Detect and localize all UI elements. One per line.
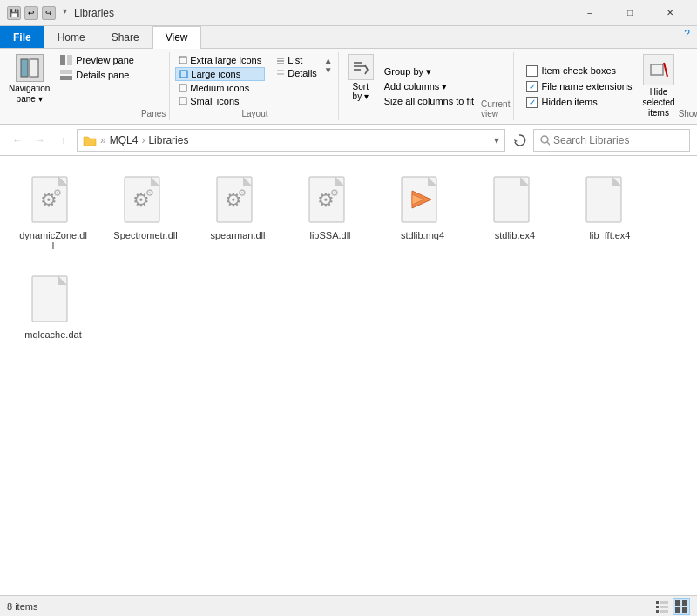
grid-view-button[interactable] xyxy=(673,598,690,615)
svg-rect-61 xyxy=(675,607,680,613)
svg-rect-4 xyxy=(60,70,72,74)
file-item-lib-fft[interactable]: _lib_fft.ex4 xyxy=(568,170,646,255)
current-view-group: Sortby ▾ Group by ▾ Add columns ▾ Size a… xyxy=(341,52,515,120)
layout-medium[interactable]: Medium icons xyxy=(175,82,265,94)
file-item-spectrometr[interactable]: ⚙ ⚙ Spectrometr.dll xyxy=(106,170,185,255)
file-item-stdlib-ex4[interactable]: stdlib.ex4 xyxy=(476,170,554,255)
file-label-stdlib-mq4: stdlib.mq4 xyxy=(401,230,444,240)
layout-group-label: Layout xyxy=(175,109,334,120)
preview-pane-button[interactable]: Preview pane xyxy=(57,54,138,66)
up-button[interactable]: ↑ xyxy=(52,130,73,151)
mq4-icon-svg xyxy=(400,175,445,226)
ribbon-content: Navigationpane ▾ Preview pane Details pa… xyxy=(0,49,697,124)
layout-details[interactable]: Details xyxy=(273,67,321,79)
file-name-extensions-option[interactable]: File name extensions xyxy=(523,80,635,93)
svg-rect-58 xyxy=(660,610,668,613)
address-path[interactable]: » MQL4 › Libraries ▾ xyxy=(77,129,505,152)
search-icon xyxy=(539,134,550,146)
maximize-button[interactable]: □ xyxy=(610,0,650,26)
close-button[interactable]: ✕ xyxy=(650,0,690,26)
layout-chevron-icon: ▲▼ xyxy=(324,56,333,75)
layout-list[interactable]: List xyxy=(273,54,321,66)
file-content: ⚙ ⚙ dynamicZone.dll ⚙ ⚙ Spectrometr.dll xyxy=(0,156,697,595)
svg-rect-60 xyxy=(682,600,687,606)
hide-selected-button[interactable]: Hide selecteditems xyxy=(639,52,678,120)
group-by-button[interactable]: Group by ▾ xyxy=(381,65,477,78)
file-label-libssa: libSSA.dll xyxy=(309,230,350,240)
hidden-items-option[interactable]: Hidden items xyxy=(523,96,635,109)
layout-large[interactable]: Large icons xyxy=(175,67,265,81)
show-hide-options: Item check boxes File name extensions Hi… xyxy=(519,52,639,120)
path-libraries[interactable]: Libraries xyxy=(148,134,188,146)
file-icon-stdlib-ex4 xyxy=(489,174,541,227)
svg-rect-13 xyxy=(277,70,284,71)
item-check-boxes-checkbox[interactable] xyxy=(526,65,538,77)
svg-rect-6 xyxy=(179,57,186,64)
refresh-button[interactable] xyxy=(509,130,530,151)
path-separator-2: › xyxy=(141,134,145,146)
tab-home[interactable]: Home xyxy=(44,26,98,48)
sort-by-button[interactable]: Sortby ▾ xyxy=(344,52,377,120)
address-chevron-icon[interactable]: ▾ xyxy=(494,134,499,146)
search-input[interactable] xyxy=(553,134,684,146)
statusbar: 8 items xyxy=(0,595,697,616)
add-columns-button[interactable]: Add columns ▾ xyxy=(381,80,477,93)
list-view-button[interactable] xyxy=(653,598,671,615)
file-item-libssa[interactable]: ⚙ ⚙ libSSA.dll xyxy=(291,170,369,255)
large-label: Large icons xyxy=(191,69,240,79)
details-pane-button[interactable]: Details pane xyxy=(57,69,138,81)
svg-rect-55 xyxy=(656,610,659,613)
spearman-icon-svg: ⚙ ⚙ xyxy=(215,175,261,226)
dat-icon-svg xyxy=(30,274,76,325)
search-box[interactable] xyxy=(533,129,690,152)
extra-large-label: Extra large icons xyxy=(190,55,261,65)
file-item-spearman[interactable]: ⚙ ⚙ spearman.dll xyxy=(199,170,277,255)
svg-rect-9 xyxy=(179,98,186,105)
svg-rect-54 xyxy=(656,606,659,608)
grid-view-icon xyxy=(674,599,688,613)
hide-selected-label: Hide selecteditems xyxy=(642,87,674,118)
file-item-stdlib-mq4[interactable]: stdlib.mq4 xyxy=(383,170,462,255)
details-pane-label: Details pane xyxy=(76,70,129,80)
save-icon[interactable]: 💾 xyxy=(7,6,21,20)
layout-expand-button[interactable]: ▲▼ xyxy=(322,54,335,77)
nav-buttons: ← → ↑ xyxy=(7,130,73,151)
sort-svg xyxy=(352,58,369,76)
layout-small[interactable]: Small icons xyxy=(175,95,265,107)
item-check-boxes-option[interactable]: Item check boxes xyxy=(523,64,635,78)
file-name-extensions-checkbox[interactable] xyxy=(526,81,538,92)
file-label-lib-fft: _lib_fft.ex4 xyxy=(584,230,630,240)
hidden-items-checkbox[interactable] xyxy=(526,97,538,108)
tab-file[interactable]: File xyxy=(0,26,44,48)
back-button[interactable]: ← xyxy=(7,130,28,151)
svg-point-24 xyxy=(541,136,548,143)
forward-button[interactable]: → xyxy=(30,130,51,151)
svg-text:⚙: ⚙ xyxy=(238,187,247,198)
addressbar: ← → ↑ » MQL4 › Libraries ▾ xyxy=(0,125,697,156)
panes-group-label: Panes xyxy=(141,109,166,120)
size-all-columns-button[interactable]: Size all columns to fit xyxy=(381,95,477,107)
titlebar-quick-access: 💾 ↩ ↪ ▾ xyxy=(7,6,67,20)
layout-extra-large[interactable]: Extra large icons xyxy=(175,54,265,66)
file-icon-spectrometr: ⚙ ⚙ xyxy=(119,174,172,227)
small-icon xyxy=(179,97,187,105)
tab-view[interactable]: View xyxy=(152,26,201,49)
details-icon xyxy=(60,70,72,80)
extra-large-icon xyxy=(179,56,187,64)
undo-icon[interactable]: ↩ xyxy=(24,6,38,20)
minimize-button[interactable]: – xyxy=(570,0,610,26)
group-by-label: Group by ▾ xyxy=(384,66,431,78)
file-item-mqlcache[interactable]: mqlcache.dat xyxy=(14,269,92,344)
tab-share[interactable]: Share xyxy=(98,26,152,48)
help-button[interactable]: ? xyxy=(677,26,697,48)
path-mql4[interactable]: MQL4 xyxy=(110,134,139,146)
file-label-stdlib-ex4: stdlib.ex4 xyxy=(495,230,535,240)
libfft-icon-svg xyxy=(585,175,630,226)
file-item-dynamiczone[interactable]: ⚙ ⚙ dynamicZone.dll xyxy=(14,170,92,255)
svg-rect-1 xyxy=(30,59,38,77)
navigation-pane-button[interactable]: Navigationpane ▾ xyxy=(5,52,53,120)
layout-col-2: List Details xyxy=(273,54,321,79)
status-view-buttons xyxy=(653,598,690,615)
svg-rect-57 xyxy=(660,606,668,608)
redo-icon[interactable]: ↪ xyxy=(42,6,56,20)
